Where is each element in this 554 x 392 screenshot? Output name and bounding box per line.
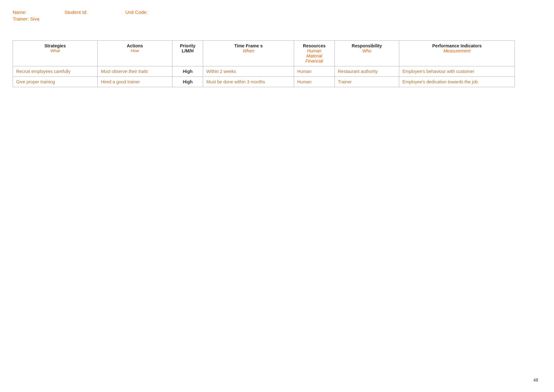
row2-timeframe: Must be done within 3 months	[203, 77, 294, 87]
row1-performance: Employee's behaviour with customer	[399, 66, 515, 77]
col-actions-sub: How	[101, 48, 169, 53]
row2-actions: Hired a good trainer	[98, 77, 172, 87]
table-row: Recruit employees carefully Must observe…	[13, 66, 515, 77]
col-resources: Resources Human Material Financial	[294, 41, 335, 66]
row1-priority: High	[172, 66, 203, 77]
table-wrapper: Strategies What Actions How PriorityL/M/…	[13, 40, 541, 87]
col-timeframe: Time Frame s When	[203, 41, 294, 66]
col-responsibility-sub: Who	[338, 48, 396, 53]
main-table: Strategies What Actions How PriorityL/M/…	[13, 40, 515, 87]
header-section: Name: Student Id: Unit Code: Trainer: Si…	[13, 9, 541, 21]
header-row: Name: Student Id: Unit Code:	[13, 9, 541, 15]
unit-code-field: Unit Code:	[125, 9, 148, 15]
col-priority-header: PriorityL/M/H	[180, 43, 196, 53]
col-strategies: Strategies What	[13, 41, 98, 66]
row2-resources: Human	[294, 77, 335, 87]
col-performance-sub: Measurement	[402, 48, 511, 53]
student-id-field: Student Id:	[64, 9, 87, 15]
row2-strategies: Give proper training	[13, 77, 98, 87]
col-performance-header: Performance Indicators	[432, 43, 482, 48]
row1-actions: Must observe their traits	[98, 66, 172, 77]
col-resources-sub3: Financial	[297, 58, 331, 63]
page-number: 48	[533, 377, 538, 383]
trainer-label: Trainer: Siva	[13, 16, 39, 21]
row2-priority: High	[172, 77, 203, 87]
row1-timeframe: Within 2 weeks	[203, 66, 294, 77]
col-strategies-header: Strategies	[45, 43, 66, 48]
name-field: Name:	[13, 9, 27, 15]
col-priority: PriorityL/M/H	[172, 41, 203, 66]
table-header-row: Strategies What Actions How PriorityL/M/…	[13, 41, 515, 66]
col-actions: Actions How	[98, 41, 172, 66]
row1-responsibility: Restaurant authority	[334, 66, 399, 77]
col-resources-header: Resources	[303, 43, 326, 48]
col-responsibility-header: Responsibility	[352, 43, 382, 48]
col-timeframe-header: Time Frame s	[234, 43, 263, 48]
row1-strategies: Recruit employees carefully	[13, 66, 98, 77]
row2-responsibility: Trainer	[334, 77, 399, 87]
col-resources-sub1: Human	[297, 48, 331, 53]
table-row: Give proper training Hired a good traine…	[13, 77, 515, 87]
col-actions-header: Actions	[127, 43, 143, 48]
col-resources-sub2: Material	[297, 53, 331, 58]
col-strategies-sub: What	[16, 48, 94, 53]
row2-performance: Employee's dedication towards the job.	[399, 77, 515, 87]
col-timeframe-sub: When	[206, 48, 291, 53]
col-performance: Performance Indicators Measurement	[399, 41, 515, 66]
row1-resources: Human	[294, 66, 335, 77]
col-responsibility: Responsibility Who	[334, 41, 399, 66]
trainer-row: Trainer: Siva	[13, 16, 541, 21]
